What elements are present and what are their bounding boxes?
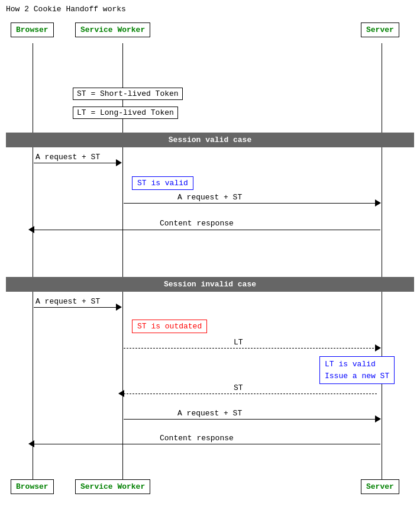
note-lt: LT = Long-lived Token bbox=[73, 107, 178, 119]
actor-browser-top: Browser bbox=[11, 22, 54, 37]
title: How 2 Cookie Handoff works bbox=[6, 5, 126, 14]
label-sw-server-req2: A request + ST bbox=[177, 409, 242, 418]
note-st: ST = Short-lived Token bbox=[73, 88, 183, 100]
label-browser-sw-req2: A request + ST bbox=[35, 297, 100, 306]
lifeline-browser bbox=[33, 43, 33, 493]
arrow-sw-to-server-lt bbox=[124, 348, 377, 349]
arrowhead-server-browser-resp bbox=[28, 226, 34, 233]
lifeline-server bbox=[382, 43, 382, 493]
section-invalid: Session invalid case bbox=[6, 277, 414, 292]
arrow-server-to-sw-st bbox=[124, 394, 377, 394]
label-sw-server-req: A request + ST bbox=[177, 193, 242, 202]
actor-server-top: Server bbox=[361, 22, 399, 37]
arrowhead-sw-server-lt bbox=[375, 344, 381, 351]
actor-sw-bottom: Service Worker bbox=[75, 479, 150, 494]
actor-server-bottom: Server bbox=[361, 479, 399, 494]
label-browser-sw-req: A request + ST bbox=[35, 153, 100, 162]
actor-browser-bottom: Browser bbox=[11, 479, 54, 494]
arrow-browser-to-sw-req2 bbox=[34, 307, 118, 308]
note-lt-valid: LT is valid Issue a new ST bbox=[319, 356, 395, 384]
arrow-server-to-browser-resp2 bbox=[34, 444, 380, 444]
label-content-response-valid: Content response bbox=[160, 219, 234, 228]
section-valid: Session valid case bbox=[6, 133, 414, 147]
arrow-server-to-browser-resp bbox=[34, 230, 380, 230]
arrowhead-browser-sw-req bbox=[116, 159, 122, 166]
arrowhead-browser-sw-req2 bbox=[116, 304, 122, 311]
arrow-sw-to-server-req2 bbox=[124, 419, 377, 420]
arrow-sw-to-server-req bbox=[124, 203, 377, 204]
diagram: How 2 Cookie Handoff works Browser Servi… bbox=[0, 0, 420, 516]
note-st-outdated: ST is outdated bbox=[132, 320, 207, 333]
label-st-return: ST bbox=[234, 383, 243, 392]
arrowhead-server-sw-st bbox=[118, 390, 124, 397]
arrowhead-sw-server-req2 bbox=[375, 415, 381, 423]
note-st-valid: ST is valid bbox=[132, 176, 193, 190]
label-lt: LT bbox=[234, 338, 243, 347]
arrow-browser-to-sw-req bbox=[34, 163, 118, 163]
arrowhead-sw-server-req bbox=[375, 199, 381, 207]
arrowhead-server-browser-resp2 bbox=[28, 440, 34, 447]
actor-sw-top: Service Worker bbox=[75, 22, 150, 37]
label-content-response-invalid: Content response bbox=[160, 434, 234, 443]
